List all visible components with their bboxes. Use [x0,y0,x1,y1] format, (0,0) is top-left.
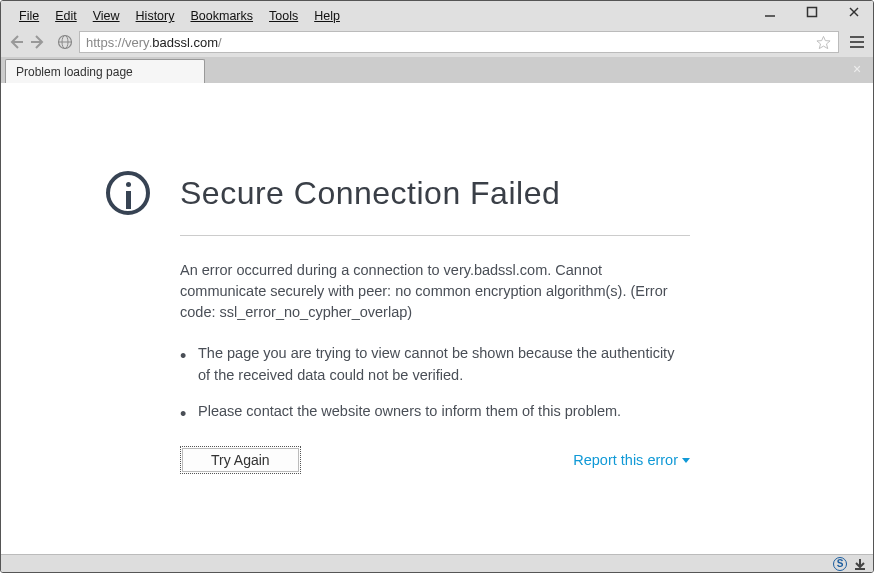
divider [180,235,690,236]
menu-bookmarks[interactable]: Bookmarks [182,7,261,25]
page-content: Secure Connection Failed An error occurr… [1,83,873,554]
close-button[interactable] [841,3,867,21]
report-error-label: Report this error [573,452,678,468]
error-title: Secure Connection Failed [180,175,560,212]
error-actions: Try Again Report this error [180,446,690,474]
download-arrow-icon[interactable] [853,557,867,571]
error-panel: Secure Connection Failed An error occurr… [106,171,706,474]
info-icon [106,171,150,215]
url-host: badssl.com [152,35,218,50]
bookmark-star-icon[interactable] [814,33,832,51]
error-bullet: Please contact the website owners to inf… [180,401,690,423]
back-button[interactable] [7,33,25,51]
try-again-button[interactable]: Try Again [180,446,301,474]
menu-bar: File Edit View History Bookmarks Tools H… [7,5,352,27]
tab-active[interactable]: Problem loading page [5,59,205,83]
url-protocol: https:// [86,35,125,50]
url-path: / [218,35,222,50]
menu-file[interactable]: File [11,7,47,25]
status-s-icon[interactable]: S [833,557,847,571]
status-bar: S [1,554,873,572]
site-identity-icon[interactable] [55,32,75,52]
menu-help[interactable]: Help [306,7,348,25]
error-description: An error occurred during a connection to… [180,260,690,323]
menu-tools[interactable]: Tools [261,7,306,25]
navigation-toolbar: https://very.badssl.com/ [1,27,873,57]
minimize-button[interactable] [757,3,783,21]
tab-strip: Problem loading page × [1,57,873,83]
menu-hamburger-icon[interactable] [847,32,867,52]
url-sub: very. [125,35,152,50]
error-bullet-list: The page you are trying to view cannot b… [180,343,690,422]
forward-button[interactable] [29,33,47,51]
error-header: Secure Connection Failed [106,171,706,215]
menu-edit[interactable]: Edit [47,7,85,25]
url-bar[interactable]: https://very.badssl.com/ [79,31,839,53]
menu-view[interactable]: View [85,7,128,25]
tabstrip-close-icon[interactable]: × [849,61,865,77]
tab-title: Problem loading page [16,65,133,79]
chevron-down-icon [682,458,690,463]
svg-rect-1 [808,8,817,17]
title-menu-bar: File Edit View History Bookmarks Tools H… [1,1,873,27]
menu-history[interactable]: History [128,7,183,25]
report-error-link[interactable]: Report this error [573,452,690,468]
error-bullet: The page you are trying to view cannot b… [180,343,690,387]
maximize-button[interactable] [799,3,825,21]
